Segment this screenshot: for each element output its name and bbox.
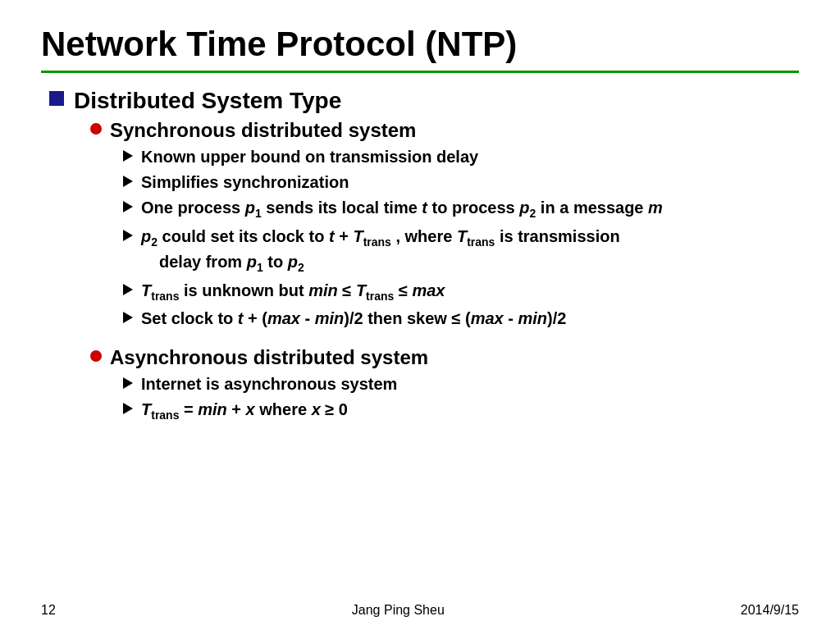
- level3-item-t-trans-formula: Ttrans = min + x where x ≥ 0: [123, 398, 799, 424]
- level1-label-distributed: Distributed System Type: [74, 88, 341, 114]
- level3-text-upper-bound: Known upper bound on transmission delay: [141, 145, 478, 168]
- triangle-bullet-icon-3: [123, 201, 133, 212]
- level2-label-sync: Synchronous distributed system: [110, 119, 416, 142]
- level3-item-internet: Internet is asynchronous system: [123, 372, 799, 395]
- level2-container-async: Asynchronous distributed system Internet…: [49, 346, 799, 424]
- level3-item-set-clock: Set clock to t + (max - min)/2 then skew…: [123, 307, 799, 330]
- footer-page-number: 12: [41, 603, 56, 618]
- level3-item-simplifies: Simplifies synchronization: [123, 171, 799, 194]
- triangle-bullet-icon-7: [123, 377, 133, 389]
- triangle-bullet-icon-4: [123, 230, 133, 241]
- triangle-bullet-icon-5: [123, 284, 133, 295]
- level1-item-distributed: Distributed System Type: [49, 88, 799, 114]
- level2-container-sync: Synchronous distributed system Known upp…: [49, 119, 799, 330]
- spacer: [49, 333, 799, 346]
- triangle-bullet-icon: [123, 150, 133, 162]
- footer-author: Jang Ping Sheu: [352, 603, 445, 618]
- level3-container-sync: Known upper bound on transmission delay …: [90, 145, 799, 330]
- triangle-bullet-icon-2: [123, 176, 133, 187]
- triangle-bullet-icon-8: [123, 403, 133, 414]
- level3-text-t-trans-unknown: Ttrans is unknown but min ≤ Ttrans ≤ max: [141, 279, 445, 305]
- level2-item-sync: Synchronous distributed system: [90, 119, 799, 142]
- level3-container-async: Internet is asynchronous system Ttrans =…: [90, 372, 799, 424]
- slide-title: Network Time Protocol (NTP): [41, 25, 799, 64]
- circle-bullet-icon: [90, 123, 102, 135]
- level3-text-set-clock: Set clock to t + (max - min)/2 then skew…: [141, 307, 566, 330]
- footer-date: 2014/9/15: [741, 603, 799, 618]
- slide-content: Distributed System Type Synchronous dist…: [41, 88, 799, 424]
- level2-label-async: Asynchronous distributed system: [110, 346, 428, 369]
- level3-text-internet: Internet is asynchronous system: [141, 372, 397, 395]
- level3-item-one-process: One process p1 sends its local time t to…: [123, 196, 799, 222]
- slide: Network Time Protocol (NTP) Distributed …: [0, 0, 840, 630]
- level3-item-upper-bound: Known upper bound on transmission delay: [123, 145, 799, 168]
- level3-text-one-process: One process p1 sends its local time t to…: [141, 196, 663, 222]
- level3-text-t-trans-formula: Ttrans = min + x where x ≥ 0: [141, 398, 348, 424]
- level3-text-simplifies: Simplifies synchronization: [141, 171, 349, 194]
- level3-item-p2-clock: p2 could set its clock to t + Ttrans , w…: [123, 225, 799, 276]
- square-bullet-icon: [49, 91, 64, 106]
- level3-text-p2-clock: p2 could set its clock to t + Ttrans , w…: [141, 225, 620, 276]
- slide-footer: 12 Jang Ping Sheu 2014/9/15: [0, 603, 840, 618]
- circle-bullet-icon-2: [90, 350, 102, 362]
- level2-item-async: Asynchronous distributed system: [90, 346, 799, 369]
- level3-item-t-trans-unknown: Ttrans is unknown but min ≤ Ttrans ≤ max: [123, 279, 799, 305]
- triangle-bullet-icon-6: [123, 312, 133, 323]
- title-underline: [41, 71, 799, 73]
